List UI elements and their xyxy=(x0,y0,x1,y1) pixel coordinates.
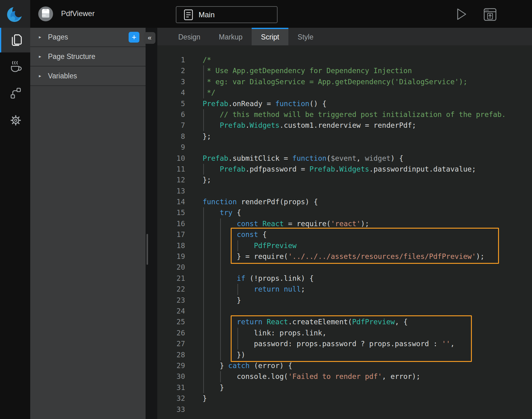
indent-guide xyxy=(203,338,204,349)
panel-section-pages[interactable]: ▸Pages+ xyxy=(30,28,146,47)
code-line: 15 try { xyxy=(157,207,532,218)
line-number: 15 xyxy=(157,207,185,218)
line-number: 1 xyxy=(157,55,185,65)
caret-right-icon: ▸ xyxy=(39,73,41,79)
indent-guide xyxy=(203,350,204,360)
line-number: 28 xyxy=(157,350,185,360)
indent-guide xyxy=(220,273,221,284)
indent-guide xyxy=(203,382,204,393)
code-line: 14function renderPdf(props) { xyxy=(157,197,532,207)
section-label: Variables xyxy=(48,72,139,80)
indent-guide xyxy=(203,262,204,273)
line-number: 14 xyxy=(157,197,185,207)
line-number: 26 xyxy=(157,328,185,338)
code-line: 4 */ xyxy=(157,87,532,98)
line-number: 19 xyxy=(157,251,185,262)
add-page-button[interactable]: + xyxy=(129,32,139,43)
caret-right-icon: ▸ xyxy=(39,34,41,40)
line-number: 17 xyxy=(157,229,185,240)
rail-item-java-services[interactable] xyxy=(0,52,30,80)
wavemaker-logo[interactable] xyxy=(0,0,30,28)
panel-scrollbar-thumb[interactable] xyxy=(146,234,148,265)
indent-guide xyxy=(203,273,204,284)
panel-section-variables[interactable]: ▸Variables xyxy=(30,67,146,86)
code-line: 26 link: props.link, xyxy=(157,328,532,338)
line-number: 10 xyxy=(157,153,185,164)
line-number: 8 xyxy=(157,131,185,142)
preview-window-button[interactable] xyxy=(484,8,497,21)
indent-guide xyxy=(237,240,238,251)
code-line: 24 xyxy=(157,306,532,317)
rail-item-bindings[interactable] xyxy=(0,80,30,107)
indent-guide xyxy=(203,164,204,175)
line-number: 13 xyxy=(157,186,185,197)
code-line: 16 const React = require('react'); xyxy=(157,218,532,229)
code-line: 28 }) xyxy=(157,350,532,360)
connector-icon xyxy=(9,86,23,100)
indent-guide xyxy=(220,338,221,349)
indent-guide xyxy=(220,262,221,273)
gear-icon xyxy=(9,113,23,127)
collapse-panel-button[interactable]: « xyxy=(144,32,155,44)
indent-guide xyxy=(237,284,238,295)
indent-guide xyxy=(203,109,204,120)
tab-style[interactable]: Style xyxy=(288,28,323,45)
code-line: 7 Prefab.Widgets.custom1.renderview = re… xyxy=(157,120,532,131)
indent-guide xyxy=(220,306,221,317)
line-number: 25 xyxy=(157,317,185,327)
tab-markup[interactable]: Markup xyxy=(210,28,252,45)
indent-guide xyxy=(203,251,204,262)
code-line: 12}; xyxy=(157,175,532,185)
code-line: 3 * eg: var DialogService = App.getDepen… xyxy=(157,77,532,87)
indent-guide xyxy=(237,338,238,349)
section-label: Pages xyxy=(48,33,129,41)
run-button[interactable] xyxy=(456,8,467,20)
tab-script[interactable]: Script xyxy=(252,28,288,45)
page-selector[interactable]: Main xyxy=(176,6,278,23)
line-number: 5 xyxy=(157,98,185,109)
indent-guide xyxy=(203,284,204,295)
line-number: 7 xyxy=(157,120,185,131)
code-line: 10Prefab.submitClick = function($event, … xyxy=(157,153,532,164)
line-number: 20 xyxy=(157,262,185,273)
panel-resizer[interactable]: « xyxy=(146,28,157,419)
code-line: 30 console.log('Failed to render pdf', e… xyxy=(157,371,532,382)
code-editor[interactable]: 1/*2 * Use App.getDependency for Depende… xyxy=(157,45,532,419)
line-number: 9 xyxy=(157,142,185,153)
code-area: 1/*2 * Use App.getDependency for Depende… xyxy=(157,45,532,415)
rail-item-settings[interactable] xyxy=(0,107,30,134)
code-line: 23 } xyxy=(157,295,532,306)
caret-right-icon: ▸ xyxy=(39,54,41,59)
document-icon xyxy=(184,9,193,20)
line-number: 23 xyxy=(157,295,185,306)
pages-icon xyxy=(9,33,23,47)
indent-guide xyxy=(203,317,204,327)
workspace: ▸Pages+▸Page Structure▸Variables « Desig… xyxy=(0,28,532,419)
coffee-cup-icon xyxy=(9,59,23,73)
line-number: 11 xyxy=(157,164,185,175)
code-line: 17 const { xyxy=(157,229,532,240)
indent-guide xyxy=(220,295,221,306)
line-number: 3 xyxy=(157,77,185,87)
code-line: 27 password: props.password ? props.pass… xyxy=(157,338,532,349)
left-icon-rail xyxy=(0,28,30,419)
main-area: DesignMarkupScriptStyle 1/*2 * Use App.g… xyxy=(157,28,532,419)
code-line: 1/* xyxy=(157,55,532,65)
indent-guide xyxy=(220,218,221,229)
code-line: 22 return null; xyxy=(157,284,532,295)
section-label: Page Structure xyxy=(48,52,139,61)
indent-guide xyxy=(203,328,204,338)
rail-item-pages[interactable] xyxy=(0,28,30,52)
panel-section-page-structure[interactable]: ▸Page Structure xyxy=(30,47,146,67)
code-line: 8}; xyxy=(157,131,532,142)
indent-guide xyxy=(203,120,204,131)
line-number: 18 xyxy=(157,240,185,251)
code-line: 11 Prefab.pdfpassword = Prefab.Widgets.p… xyxy=(157,164,532,175)
line-number: 30 xyxy=(157,371,185,382)
tab-design[interactable]: Design xyxy=(169,28,210,45)
indent-guide xyxy=(203,77,204,87)
indent-guide xyxy=(203,240,204,251)
code-line: 6 // this method will be triggered post … xyxy=(157,109,532,120)
line-number: 21 xyxy=(157,273,185,284)
prefab-avatar xyxy=(38,6,54,22)
